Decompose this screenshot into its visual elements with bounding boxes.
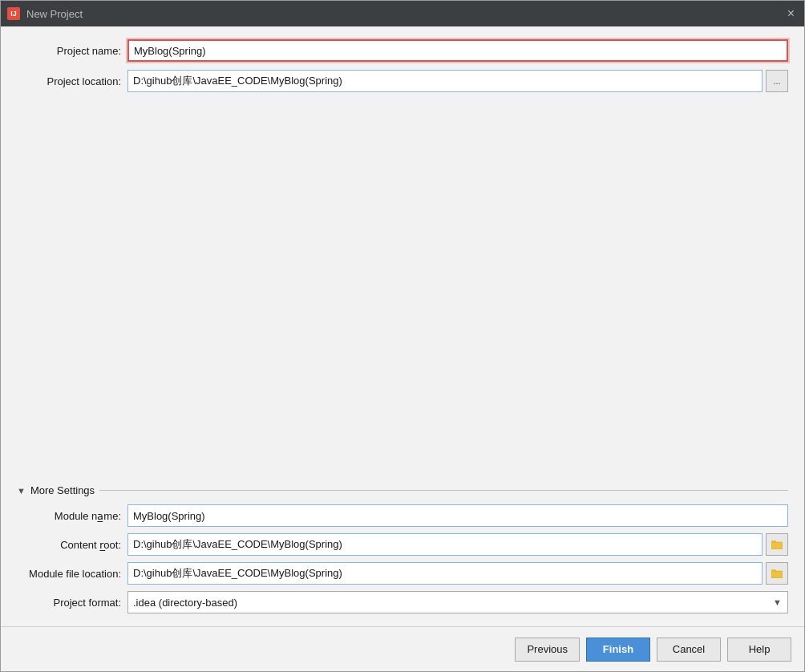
more-settings-body: Module na̲me: Content r̲oot: (17, 504, 788, 613)
svg-rect-4 (771, 569, 776, 572)
content-root-browse-button[interactable] (766, 533, 788, 556)
more-settings-section: ▼ More Settings Module na̲me: Content r̲… (17, 484, 788, 613)
folder-icon (771, 540, 783, 549)
module-file-browse-button[interactable] (766, 562, 788, 585)
more-settings-label: More Settings (30, 484, 95, 496)
project-name-row: Project name: (17, 39, 788, 62)
help-button[interactable]: Help (727, 638, 791, 662)
project-location-input[interactable] (127, 70, 763, 92)
project-format-select[interactable]: .idea (directory-based) .ipr (file-based… (127, 591, 788, 613)
project-location-browse-button[interactable]: ... (766, 70, 788, 92)
more-settings-arrow-icon: ▼ (17, 486, 26, 496)
more-settings-toggle[interactable]: ▼ More Settings (17, 484, 788, 496)
svg-rect-3 (771, 571, 783, 578)
dialog-title: New Project (26, 8, 778, 20)
content-root-row: Content r̲oot: (17, 533, 788, 556)
spacer (17, 100, 788, 476)
previous-button[interactable]: Previous (515, 638, 580, 662)
dialog-body: Project name: Project location: ... ▼ Mo… (1, 26, 804, 626)
module-file-location-row: Module file location: (17, 562, 788, 585)
content-root-label: Content r̲oot: (17, 539, 121, 551)
more-settings-divider (99, 490, 788, 491)
module-file-label: Module file location: (17, 568, 121, 580)
close-button[interactable]: × (784, 7, 798, 20)
module-name-label: Module na̲me: (17, 510, 121, 522)
cancel-button[interactable]: Cancel (657, 638, 721, 662)
project-format-label: Project format: (17, 597, 121, 609)
app-icon: IJ (7, 7, 20, 20)
project-location-label: Project location: (17, 75, 121, 87)
content-root-field-group (127, 533, 788, 556)
svg-rect-1 (771, 540, 776, 543)
new-project-dialog: IJ New Project × Project name: Project l… (0, 0, 805, 672)
finish-button[interactable]: Finish (586, 638, 650, 662)
dialog-footer: Previous Finish Cancel Help (1, 626, 804, 671)
project-format-select-wrapper: .idea (directory-based) .ipr (file-based… (127, 591, 788, 613)
module-file-input[interactable] (127, 562, 763, 585)
project-format-row: Project format: .idea (directory-based) … (17, 591, 788, 613)
svg-rect-0 (771, 542, 783, 549)
module-name-row: Module na̲me: (17, 504, 788, 527)
folder-icon-2 (771, 569, 783, 578)
project-name-input[interactable] (127, 39, 788, 62)
project-name-label: Project name: (17, 45, 121, 57)
module-file-field-group (127, 562, 788, 585)
title-bar: IJ New Project × (1, 1, 804, 26)
module-name-input[interactable] (127, 504, 788, 527)
project-location-row: Project location: ... (17, 70, 788, 92)
content-root-input[interactable] (127, 533, 763, 556)
project-location-field-group: ... (127, 70, 788, 92)
